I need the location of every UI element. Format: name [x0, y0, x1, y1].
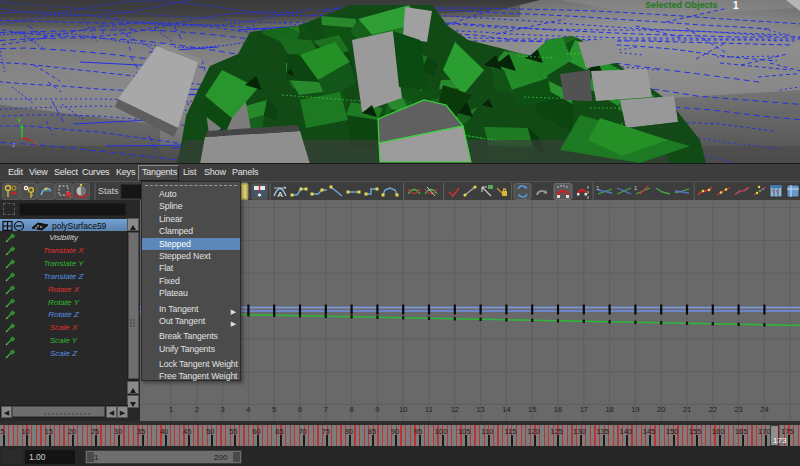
svg-text:Selected Objects: Selected Objects — [645, 0, 718, 10]
svg-text:Y: Y — [17, 117, 22, 124]
svg-text:1: 1 — [634, 185, 638, 191]
svg-text:x: x — [33, 139, 37, 146]
svg-text:z: z — [12, 141, 16, 148]
svg-text:1: 1 — [733, 0, 739, 11]
svg-text:A: A — [278, 190, 284, 199]
